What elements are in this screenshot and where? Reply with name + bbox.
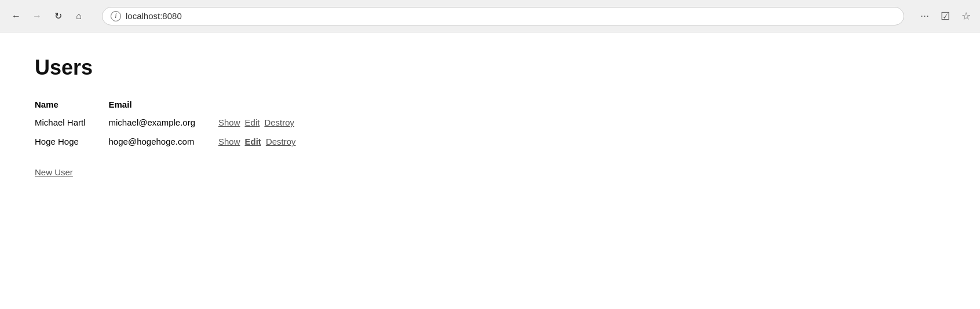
forward-button[interactable]: →	[28, 7, 46, 25]
more-button[interactable]: ···	[918, 8, 931, 24]
nav-buttons: ← → ↻ ⌂	[7, 7, 88, 25]
browser-actions: ··· ☑ ☆	[918, 8, 973, 25]
users-table: Name Email Michael Hartlmichael@example.…	[35, 96, 324, 151]
info-icon: i	[111, 11, 121, 21]
pocket-button[interactable]: ☑	[938, 8, 952, 25]
page-content: Users Name Email Michael Hartlmichael@ex…	[0, 32, 980, 201]
new-user-link[interactable]: New User	[35, 167, 73, 177]
edit-link[interactable]: Edit	[245, 137, 261, 146]
edit-link[interactable]: Edit	[245, 117, 260, 127]
table-row: Hoge Hogehoge@hogehoge.comShowEditDestro…	[35, 132, 324, 151]
browser-chrome: ← → ↻ ⌂ i localhost:8080 ··· ☑ ☆	[0, 0, 980, 32]
table-row: Michael Hartlmichael@example.orgShowEdit…	[35, 113, 324, 132]
url-text: localhost:8080	[126, 11, 182, 21]
user-email: michael@example.org	[109, 113, 218, 132]
table-header-row: Name Email	[35, 96, 324, 113]
user-actions: ShowEditDestroy	[218, 132, 324, 151]
reload-button[interactable]: ↻	[49, 7, 67, 25]
destroy-link[interactable]: Destroy	[266, 137, 296, 146]
user-name: Hoge Hoge	[35, 132, 109, 151]
back-button[interactable]: ←	[7, 7, 25, 25]
name-column-header: Name	[35, 96, 109, 113]
page-title: Users	[35, 56, 945, 80]
address-bar[interactable]: i localhost:8080	[102, 7, 904, 25]
user-actions: ShowEditDestroy	[218, 113, 324, 132]
user-name: Michael Hartl	[35, 113, 109, 132]
show-link[interactable]: Show	[218, 137, 240, 146]
email-column-header: Email	[109, 96, 218, 113]
bookmark-button[interactable]: ☆	[959, 8, 973, 25]
user-email: hoge@hogehoge.com	[109, 132, 218, 151]
actions-column-header	[218, 96, 324, 113]
show-link[interactable]: Show	[218, 117, 240, 127]
home-button[interactable]: ⌂	[70, 7, 88, 25]
destroy-link[interactable]: Destroy	[264, 117, 294, 127]
